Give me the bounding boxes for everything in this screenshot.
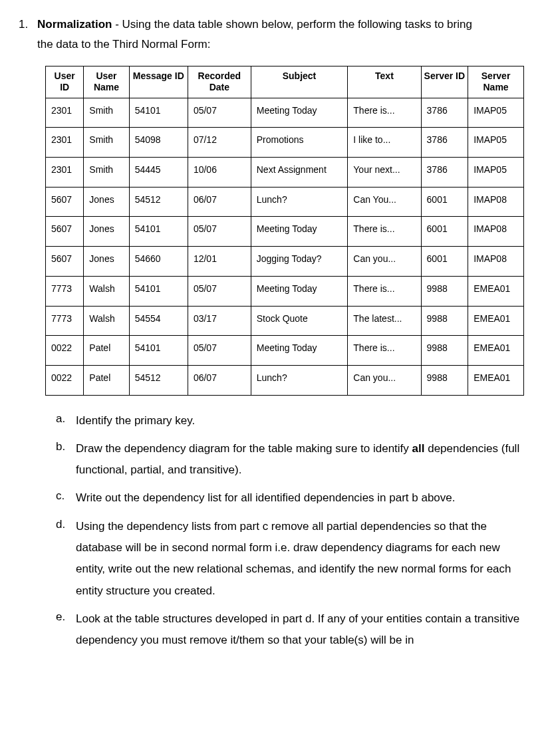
data-table-container: User ID User Name Message ID Recorded Da…: [45, 66, 527, 396]
cell-server-name: EMEA01: [468, 276, 524, 306]
cell-text: Can you...: [348, 247, 421, 277]
cell-user-name: Walsh: [84, 276, 129, 306]
data-table: User ID User Name Message ID Recorded Da…: [45, 66, 524, 396]
cell-server-name: IMAP08: [468, 187, 524, 217]
cell-user-id: 0022: [46, 336, 84, 366]
cell-message-id: 54101: [129, 217, 188, 247]
cell-message-id: 54660: [129, 247, 188, 277]
cell-user-name: Walsh: [84, 306, 129, 336]
question-number: 1.: [19, 16, 37, 54]
sub-text: Look at the table structures developed i…: [76, 608, 527, 652]
cell-user-id: 2301: [46, 158, 84, 188]
col-header-message-id: Message ID: [129, 66, 188, 98]
cell-message-id: 54101: [129, 98, 188, 128]
cell-text: Can You...: [348, 187, 421, 217]
cell-recorded-date: 12/01: [188, 247, 251, 277]
table-body: 2301Smith5410105/07Meeting TodayThere is…: [46, 98, 524, 395]
cell-message-id: 54512: [129, 365, 188, 395]
cell-server-name: IMAP05: [468, 128, 524, 158]
col-header-user-name: User Name: [84, 66, 129, 98]
cell-server-id: 6001: [421, 247, 468, 277]
sub-letter: b.: [56, 438, 76, 481]
cell-user-id: 5607: [46, 247, 84, 277]
cell-subject: Meeting Today: [251, 217, 348, 247]
cell-subject: Next Assignment: [251, 158, 348, 188]
cell-server-name: IMAP08: [468, 217, 524, 247]
cell-text: There is...: [348, 276, 421, 306]
cell-server-name: EMEA01: [468, 306, 524, 336]
sub-letter: e.: [56, 608, 76, 652]
cell-server-id: 3786: [421, 98, 468, 128]
cell-server-id: 3786: [421, 128, 468, 158]
sub-b-pre: Draw the dependency diagram for the tabl…: [76, 442, 412, 455]
cell-message-id: 54101: [129, 276, 188, 306]
cell-recorded-date: 05/07: [188, 276, 251, 306]
cell-recorded-date: 05/07: [188, 336, 251, 366]
cell-text: Can you...: [348, 365, 421, 395]
cell-server-id: 3786: [421, 158, 468, 188]
cell-user-name: Jones: [84, 217, 129, 247]
sub-item-c: c. Write out the dependency list for all…: [56, 487, 527, 509]
table-row: 5607Jones5451206/07Lunch?Can You...6001I…: [46, 187, 524, 217]
cell-message-id: 54101: [129, 336, 188, 366]
sub-item-b: b. Draw the dependency diagram for the t…: [56, 438, 527, 481]
cell-message-id: 54554: [129, 306, 188, 336]
cell-text: Your next...: [348, 158, 421, 188]
cell-server-id: 9988: [421, 276, 468, 306]
cell-text: There is...: [348, 217, 421, 247]
sub-item-a: a. Identify the primary key.: [56, 410, 527, 432]
cell-user-id: 7773: [46, 306, 84, 336]
table-row: 7773Walsh5410105/07Meeting TodayThere is…: [46, 276, 524, 306]
sub-letter: d.: [56, 516, 76, 602]
cell-recorded-date: 10/06: [188, 158, 251, 188]
question-title: Normalization: [37, 18, 112, 31]
col-header-user-id: User ID: [46, 66, 84, 98]
question-intro-text-1: Using the data table shown below, perfor…: [122, 18, 472, 31]
cell-server-name: IMAP05: [468, 158, 524, 188]
sub-text: Write out the dependency list for all id…: [76, 487, 527, 509]
cell-user-name: Jones: [84, 247, 129, 277]
cell-server-name: EMEA01: [468, 365, 524, 395]
cell-recorded-date: 05/07: [188, 217, 251, 247]
cell-message-id: 54445: [129, 158, 188, 188]
cell-user-id: 7773: [46, 276, 84, 306]
cell-text: The latest...: [348, 306, 421, 336]
cell-user-name: Smith: [84, 158, 129, 188]
cell-user-name: Smith: [84, 128, 129, 158]
col-header-recorded-date: Recorded Date: [188, 66, 251, 98]
cell-subject: Lunch?: [251, 365, 348, 395]
cell-subject: Stock Quote: [251, 306, 348, 336]
sub-letter: a.: [56, 410, 76, 432]
cell-user-id: 5607: [46, 187, 84, 217]
cell-subject: Meeting Today: [251, 336, 348, 366]
cell-subject: Promotions: [251, 128, 348, 158]
cell-server-id: 9988: [421, 336, 468, 366]
cell-server-id: 6001: [421, 187, 468, 217]
question-1: 1. Normalization - Using the data table …: [19, 16, 527, 54]
cell-server-id: 6001: [421, 217, 468, 247]
sub-item-e: e. Look at the table structures develope…: [56, 608, 527, 652]
table-row: 7773Walsh5455403/17Stock QuoteThe latest…: [46, 306, 524, 336]
sub-b-bold: all: [412, 442, 425, 455]
table-row: 5607Jones5466012/01Jogging Today?Can you…: [46, 247, 524, 277]
cell-subject: Meeting Today: [251, 276, 348, 306]
table-row: 0022Patel5410105/07Meeting TodayThere is…: [46, 336, 524, 366]
cell-subject: Meeting Today: [251, 98, 348, 128]
col-header-text: Text: [348, 66, 421, 98]
col-header-subject: Subject: [251, 66, 348, 98]
cell-server-id: 9988: [421, 306, 468, 336]
question-separator: -: [112, 18, 122, 31]
cell-user-name: Patel: [84, 336, 129, 366]
cell-subject: Lunch?: [251, 187, 348, 217]
cell-recorded-date: 06/07: [188, 365, 251, 395]
cell-user-name: Smith: [84, 98, 129, 128]
cell-user-name: Jones: [84, 187, 129, 217]
sub-text: Using the dependency lists from part c r…: [76, 516, 527, 602]
cell-subject: Jogging Today?: [251, 247, 348, 277]
cell-recorded-date: 06/07: [188, 187, 251, 217]
question-body: Normalization - Using the data table sho…: [37, 16, 527, 54]
cell-user-id: 5607: [46, 217, 84, 247]
cell-user-id: 2301: [46, 128, 84, 158]
sub-letter: c.: [56, 487, 76, 509]
cell-server-name: IMAP05: [468, 98, 524, 128]
